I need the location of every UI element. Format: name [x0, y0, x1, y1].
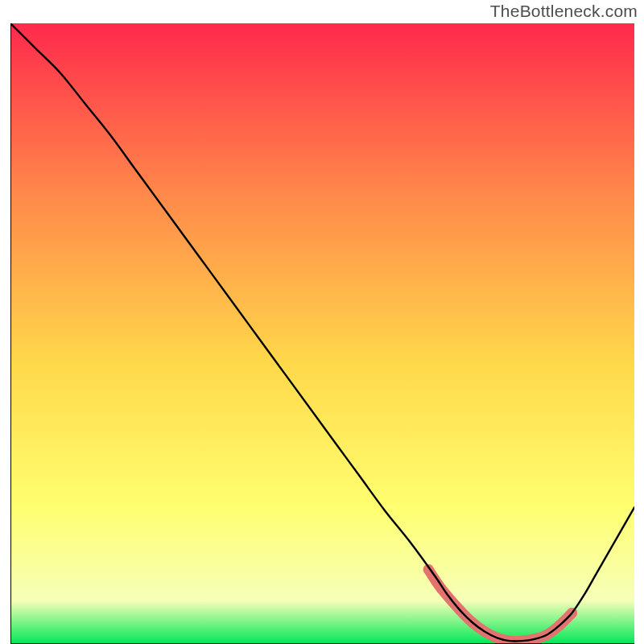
- chart-svg: [10, 23, 634, 644]
- chart-stage: TheBottleneck.com: [0, 0, 644, 644]
- gradient-background: [10, 23, 634, 644]
- watermark-label: TheBottleneck.com: [490, 2, 638, 21]
- plot-area: [10, 23, 634, 644]
